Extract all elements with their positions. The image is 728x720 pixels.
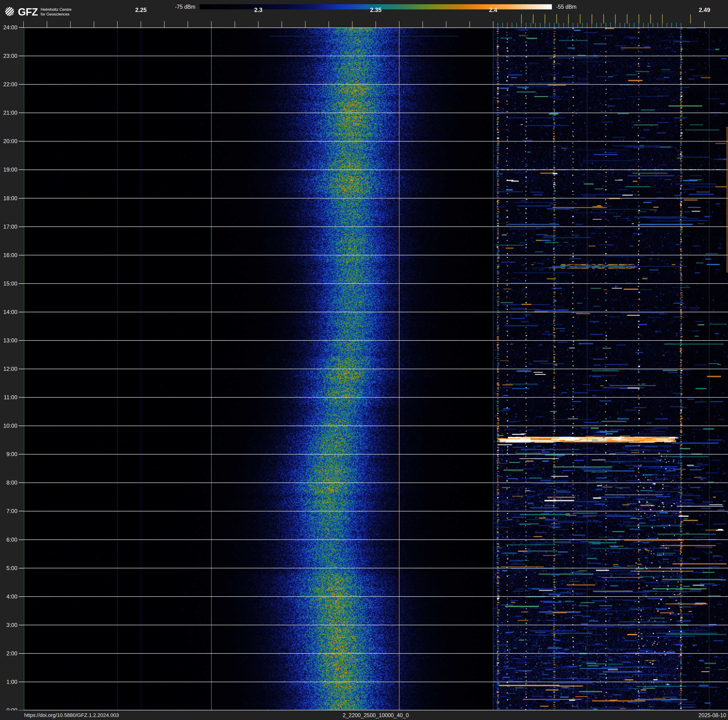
time-axis-label: 17:00 [0, 224, 17, 230]
spectrogram-page: { "header": { "logo_text": "GFZ", "subti… [0, 0, 728, 720]
ble-channel-tick [554, 23, 554, 28]
ble-channel-tick [559, 23, 559, 28]
wifi-channel-tick [533, 14, 534, 23]
ble-channel-tick [544, 23, 545, 28]
ble-channel-tick [606, 23, 606, 28]
wifi-channel-tick [639, 14, 639, 23]
ble-channel-tick [662, 23, 662, 28]
ble-channel-tick [681, 23, 681, 28]
time-tick [19, 113, 23, 113]
time-axis-label: 20:00 [0, 138, 17, 144]
ble-channel-tick [582, 23, 583, 28]
time-tick [19, 596, 23, 597]
freq-axis-label: 2.35 [365, 6, 386, 14]
time-tick [19, 56, 23, 56]
ble-channel-tick [639, 23, 639, 28]
spectrogram-overlay-canvas [23, 28, 728, 710]
freq-tick [258, 21, 258, 28]
freq-tick [446, 21, 447, 28]
time-axis-label: 11:00 [0, 394, 17, 401]
ble-channel-tick [592, 23, 592, 28]
time-tick [19, 84, 23, 84]
time-tick [19, 511, 23, 511]
ble-channel-tick [498, 23, 498, 28]
time-axis: 24:0023:0022:0021:0020:0019:0018:0017:00… [0, 0, 23, 720]
freq-tick [235, 21, 235, 28]
wifi-channel-tick [603, 14, 604, 23]
freq-tick [47, 21, 47, 28]
ble-channel-tick [615, 23, 615, 28]
freq-tick [305, 21, 306, 28]
ble-channel-tick [587, 23, 587, 28]
ble-channel-tick [601, 23, 601, 28]
time-tick [19, 426, 23, 426]
time-tick [19, 340, 23, 341]
time-tick [19, 539, 23, 540]
ble-channel-tick [549, 23, 550, 28]
ble-channel-tick [657, 23, 658, 28]
time-axis-label: 15:00 [0, 280, 17, 287]
wifi-channel-tick [544, 14, 545, 23]
time-axis-label: 9:00 [0, 451, 17, 458]
time-tick [19, 397, 23, 398]
ble-channel-tick [573, 23, 573, 28]
time-axis-label: 13:00 [0, 337, 17, 344]
freq-tick [94, 21, 94, 28]
wifi-channel-tick [650, 14, 651, 23]
freq-tick [704, 21, 705, 28]
ble-channel-tick [634, 23, 634, 28]
freq-tick [470, 21, 470, 28]
freq-tick [352, 21, 352, 28]
ble-channel-tick [568, 23, 569, 28]
ble-channel-tick [512, 23, 512, 28]
ble-channel-tick [535, 23, 536, 28]
freq-tick [117, 21, 118, 28]
wifi-channel-tick [521, 14, 522, 23]
wifi-channel-tick [568, 14, 569, 23]
time-tick [19, 255, 23, 256]
filename-label: 2_2200_2500_10000_40_0 [23, 712, 728, 718]
time-axis-label: 6:00 [0, 536, 17, 543]
time-axis-label: 1:00 [0, 679, 17, 685]
wifi-channel-tick [690, 14, 691, 23]
time-tick [19, 169, 23, 170]
freq-tick [422, 21, 423, 28]
frequency-axis: 2.252.32.352.42.49 [0, 0, 728, 28]
time-axis-label: 2:00 [0, 650, 17, 657]
ble-channel-tick [526, 23, 526, 28]
time-axis-label: 18:00 [0, 195, 17, 202]
ble-channel-tick [629, 23, 630, 28]
time-axis-label: 22:00 [0, 81, 17, 88]
ble-channel-tick [596, 23, 597, 28]
time-tick [19, 198, 23, 199]
time-tick [19, 625, 23, 625]
ble-channel-tick [563, 23, 564, 28]
time-axis-label: 21:00 [0, 109, 17, 116]
ble-channel-tick [610, 23, 611, 28]
time-tick [19, 227, 23, 227]
freq-tick [188, 21, 188, 28]
ble-channel-tick [531, 23, 531, 28]
freq-tick [70, 21, 71, 28]
date-label: 2025-08-10 [698, 712, 726, 718]
freq-tick [281, 21, 282, 28]
freq-tick [376, 21, 376, 28]
time-tick [19, 27, 23, 28]
ble-channel-tick [502, 23, 503, 28]
time-tick [19, 312, 23, 312]
ble-channel-tick [521, 23, 522, 28]
wifi-channel-tick [627, 14, 627, 23]
time-axis-label: 8:00 [0, 479, 17, 486]
time-tick [19, 454, 23, 455]
time-tick [19, 141, 23, 141]
freq-tick [329, 21, 329, 28]
time-axis-label: 19:00 [0, 166, 17, 173]
time-axis-label: 12:00 [0, 366, 17, 372]
freq-tick [399, 21, 399, 28]
freq-tick [211, 21, 212, 28]
freq-axis-label: 2.49 [694, 6, 715, 14]
wifi-channel-tick [556, 14, 557, 23]
ble-channel-tick [648, 23, 648, 28]
ble-channel-tick [540, 23, 540, 28]
wifi-channel-tick [615, 14, 616, 23]
